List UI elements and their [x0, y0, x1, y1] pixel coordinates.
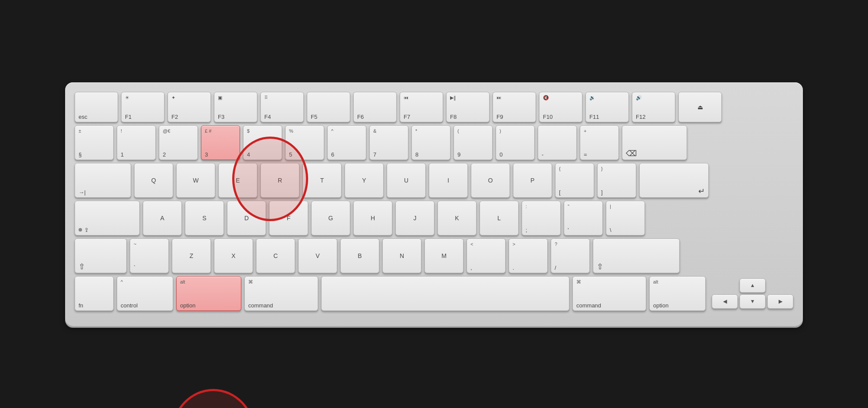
key-space[interactable] [321, 276, 569, 311]
key-esc[interactable]: esc [75, 92, 118, 122]
key-f1[interactable]: ☀ F1 [121, 92, 164, 122]
key-period[interactable]: > . [509, 238, 548, 273]
key-eject[interactable]: ⏏ [678, 92, 722, 122]
key-f4-icon: ⠿ [264, 95, 268, 101]
key-arrow-left[interactable]: ◀ [712, 294, 738, 309]
key-b[interactable]: B [340, 238, 379, 273]
key-p[interactable]: P [513, 163, 552, 198]
key-control[interactable]: ^ control [117, 276, 173, 311]
key-x[interactable]: X [214, 238, 253, 273]
key-8[interactable]: * 8 [411, 125, 450, 160]
key-x-label: X [231, 252, 235, 259]
key-f[interactable]: F [269, 201, 308, 235]
key-2[interactable]: @€ 2 [159, 125, 198, 160]
key-a[interactable]: A [143, 201, 182, 235]
key-d[interactable]: D [227, 201, 266, 235]
key-section[interactable]: ± § [75, 125, 114, 160]
key-q[interactable]: Q [134, 163, 173, 198]
key-u[interactable]: U [387, 163, 426, 198]
key-equals-top: + [584, 128, 586, 134]
key-m[interactable]: M [424, 238, 464, 273]
key-z-label: Z [190, 252, 194, 259]
key-quote[interactable]: " ' [564, 201, 603, 235]
key-lbracket-top: { [559, 166, 561, 172]
key-f8[interactable]: ▶‖ F8 [446, 92, 490, 122]
key-0[interactable]: ) 0 [496, 125, 535, 160]
key-f2-label: F2 [171, 114, 178, 120]
key-f6[interactable]: F6 [353, 92, 397, 122]
key-g[interactable]: G [311, 201, 350, 235]
key-lbracket[interactable]: { [ [555, 163, 594, 198]
key-y[interactable]: Y [345, 163, 384, 198]
key-rshift[interactable]: ⇧ [593, 238, 680, 273]
key-s-label: S [202, 215, 206, 222]
key-t[interactable]: T [302, 163, 342, 198]
key-delete-label: ⌫ [626, 150, 637, 157]
key-4[interactable]: $ 4 [243, 125, 282, 160]
key-1-top: ! [121, 128, 122, 134]
key-w[interactable]: W [176, 163, 215, 198]
key-option-left[interactable]: alt option [176, 276, 241, 311]
key-delete[interactable]: ⌫ [622, 125, 687, 160]
key-backslash[interactable]: | \ [606, 201, 645, 235]
key-j-label: J [414, 215, 417, 222]
key-1[interactable]: ! 1 [117, 125, 156, 160]
key-f7[interactable]: ⏮ F7 [400, 92, 443, 122]
key-4-label: 4 [247, 152, 250, 157]
key-9[interactable]: ( 9 [454, 125, 493, 160]
key-f12[interactable]: 🔊 F12 [632, 92, 675, 122]
key-8-label: 8 [415, 152, 418, 157]
key-tab[interactable]: →| [75, 163, 131, 198]
key-6[interactable]: ^ 6 [327, 125, 366, 160]
key-lshift[interactable]: ⇧ [75, 238, 127, 273]
key-f2-icon: ✦ [171, 95, 175, 101]
key-3[interactable]: £ # 3 [201, 125, 240, 160]
key-f11[interactable]: 🔉 F11 [585, 92, 629, 122]
key-i[interactable]: I [429, 163, 468, 198]
key-command-left[interactable]: ⌘ command [244, 276, 318, 311]
key-arrow-right[interactable]: ▶ [767, 294, 793, 309]
key-f9[interactable]: ⏭ F9 [493, 92, 536, 122]
key-slash[interactable]: ? / [551, 238, 590, 273]
key-z[interactable]: Z [172, 238, 211, 273]
key-k[interactable]: K [437, 201, 477, 235]
key-option-right[interactable]: alt option [649, 276, 706, 311]
key-o[interactable]: O [471, 163, 510, 198]
key-9-label: 9 [457, 152, 460, 157]
key-period-top: > [513, 242, 515, 247]
key-arrow-down[interactable]: ▼ [740, 294, 766, 309]
key-f2[interactable]: ✦ F2 [168, 92, 211, 122]
key-v[interactable]: V [298, 238, 337, 273]
key-b-label: B [358, 252, 362, 259]
key-5[interactable]: % 5 [285, 125, 324, 160]
key-r[interactable]: R [260, 163, 299, 198]
key-c[interactable]: C [256, 238, 295, 273]
key-e[interactable]: E [218, 163, 257, 198]
key-capslock-label: ⇪ [79, 227, 89, 233]
key-return[interactable]: ↵ [639, 163, 709, 198]
key-f4[interactable]: ⠿ F4 [260, 92, 304, 122]
key-equals[interactable]: + = [580, 125, 619, 160]
key-rbracket-top: } [601, 166, 603, 172]
key-command-right[interactable]: ⌘ command [572, 276, 646, 311]
key-f10[interactable]: 🔇 F10 [539, 92, 582, 122]
key-section-label: § [79, 152, 82, 157]
key-arrow-up[interactable]: ▲ [740, 278, 766, 293]
key-minus[interactable]: - [538, 125, 577, 160]
key-backtick[interactable]: ~ ` [130, 238, 169, 273]
key-semicolon[interactable]: : ; [522, 201, 561, 235]
key-s[interactable]: S [185, 201, 224, 235]
key-comma[interactable]: < , [467, 238, 506, 273]
key-n[interactable]: N [382, 238, 421, 273]
key-period-label: . [513, 265, 514, 271]
key-capslock[interactable]: ⇪ [75, 201, 140, 235]
key-5-top: % [289, 128, 293, 134]
key-j[interactable]: J [395, 201, 434, 235]
key-7[interactable]: & 7 [369, 125, 408, 160]
key-f3[interactable]: ▣ F3 [214, 92, 257, 122]
key-l[interactable]: L [480, 201, 519, 235]
key-f5[interactable]: F5 [307, 92, 350, 122]
key-h[interactable]: H [353, 201, 392, 235]
key-fn[interactable]: fn [75, 276, 114, 311]
key-rbracket[interactable]: } ] [597, 163, 636, 198]
